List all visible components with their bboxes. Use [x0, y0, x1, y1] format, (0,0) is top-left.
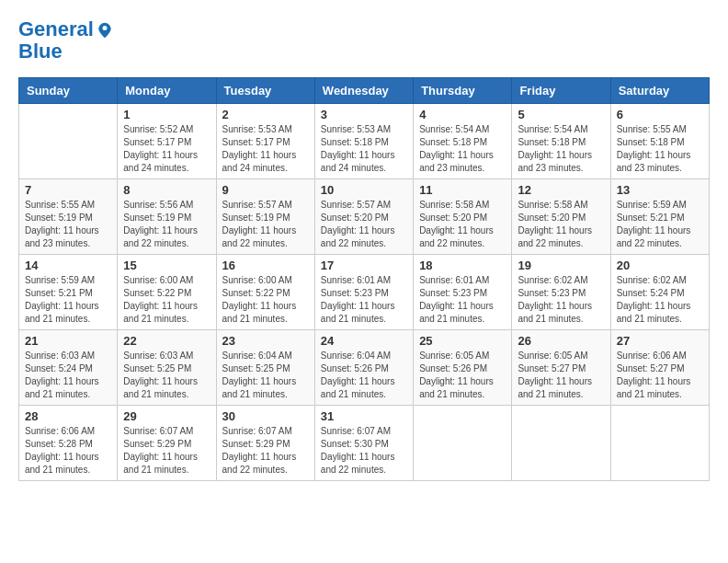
column-header-thursday: Thursday [414, 78, 512, 104]
calendar-cell: 13Sunrise: 5:59 AMSunset: 5:21 PMDayligh… [610, 179, 709, 255]
calendar-cell: 6Sunrise: 5:55 AMSunset: 5:18 PMDaylight… [610, 104, 709, 179]
day-info: Sunrise: 6:07 AMSunset: 5:29 PMDaylight:… [123, 425, 210, 477]
calendar-cell: 20Sunrise: 6:02 AMSunset: 5:24 PMDayligh… [610, 255, 709, 330]
calendar-cell: 8Sunrise: 5:56 AMSunset: 5:19 PMDaylight… [118, 179, 216, 255]
day-number: 13 [617, 183, 703, 197]
day-number: 7 [25, 183, 111, 197]
day-number: 21 [25, 334, 111, 348]
day-number: 14 [25, 259, 111, 272]
day-number: 5 [518, 108, 604, 121]
day-info: Sunrise: 6:06 AMSunset: 5:27 PMDaylight:… [617, 350, 703, 401]
calendar-header-row: SundayMondayTuesdayWednesdayThursdayFrid… [19, 78, 710, 104]
logo: General Blue [18, 18, 114, 63]
calendar-week-row: 7Sunrise: 5:55 AMSunset: 5:19 PMDaylight… [19, 179, 710, 255]
day-info: Sunrise: 5:54 AMSunset: 5:18 PMDaylight:… [518, 123, 604, 175]
calendar-week-row: 14Sunrise: 5:59 AMSunset: 5:21 PMDayligh… [19, 255, 710, 330]
day-number: 3 [321, 108, 407, 121]
calendar-cell: 4Sunrise: 5:54 AMSunset: 5:18 PMDaylight… [414, 104, 512, 179]
day-number: 4 [419, 108, 506, 121]
day-info: Sunrise: 6:05 AMSunset: 5:26 PMDaylight:… [419, 350, 506, 401]
day-number: 18 [419, 259, 506, 272]
day-number: 24 [321, 334, 407, 348]
calendar-cell: 21Sunrise: 6:03 AMSunset: 5:24 PMDayligh… [19, 330, 118, 406]
calendar-cell: 17Sunrise: 6:01 AMSunset: 5:23 PMDayligh… [314, 255, 413, 330]
day-info: Sunrise: 6:00 AMSunset: 5:22 PMDaylight:… [123, 274, 210, 326]
day-number: 6 [617, 108, 703, 121]
column-header-wednesday: Wednesday [314, 78, 413, 104]
calendar-cell: 3Sunrise: 5:53 AMSunset: 5:18 PMDaylight… [314, 104, 413, 179]
day-info: Sunrise: 6:07 AMSunset: 5:29 PMDaylight:… [222, 425, 309, 477]
calendar-cell: 25Sunrise: 6:05 AMSunset: 5:26 PMDayligh… [414, 330, 512, 406]
calendar-cell [19, 104, 118, 179]
calendar-week-row: 21Sunrise: 6:03 AMSunset: 5:24 PMDayligh… [19, 330, 710, 406]
calendar-cell: 24Sunrise: 6:04 AMSunset: 5:26 PMDayligh… [314, 330, 413, 406]
day-info: Sunrise: 5:52 AMSunset: 5:17 PMDaylight:… [123, 123, 210, 175]
calendar-cell: 26Sunrise: 6:05 AMSunset: 5:27 PMDayligh… [512, 330, 610, 406]
calendar-cell: 19Sunrise: 6:02 AMSunset: 5:23 PMDayligh… [512, 255, 610, 330]
day-info: Sunrise: 6:01 AMSunset: 5:23 PMDaylight:… [321, 274, 407, 326]
day-number: 16 [222, 259, 309, 272]
logo-text: General Blue [18, 18, 114, 63]
day-info: Sunrise: 5:53 AMSunset: 5:18 PMDaylight:… [321, 123, 407, 175]
day-number: 11 [419, 183, 506, 197]
column-header-friday: Friday [512, 78, 610, 104]
day-number: 19 [518, 259, 604, 272]
day-number: 23 [222, 334, 309, 348]
calendar-cell: 18Sunrise: 6:01 AMSunset: 5:23 PMDayligh… [414, 255, 512, 330]
day-number: 12 [518, 183, 604, 197]
calendar-table: SundayMondayTuesdayWednesdayThursdayFrid… [18, 77, 710, 481]
day-info: Sunrise: 6:02 AMSunset: 5:24 PMDaylight:… [617, 274, 703, 326]
day-info: Sunrise: 5:58 AMSunset: 5:20 PMDaylight:… [419, 199, 506, 250]
day-number: 2 [222, 108, 309, 121]
day-number: 31 [321, 409, 407, 423]
day-number: 30 [222, 409, 309, 423]
calendar-cell: 12Sunrise: 5:58 AMSunset: 5:20 PMDayligh… [512, 179, 610, 255]
day-info: Sunrise: 5:55 AMSunset: 5:18 PMDaylight:… [617, 123, 703, 175]
day-info: Sunrise: 6:01 AMSunset: 5:23 PMDaylight:… [419, 274, 506, 326]
calendar-cell: 28Sunrise: 6:06 AMSunset: 5:28 PMDayligh… [19, 406, 118, 481]
day-number: 26 [518, 334, 604, 348]
calendar-week-row: 1Sunrise: 5:52 AMSunset: 5:17 PMDaylight… [19, 104, 710, 179]
day-info: Sunrise: 6:04 AMSunset: 5:26 PMDaylight:… [321, 350, 407, 401]
calendar-cell: 2Sunrise: 5:53 AMSunset: 5:17 PMDaylight… [216, 104, 314, 179]
calendar-cell: 16Sunrise: 6:00 AMSunset: 5:22 PMDayligh… [216, 255, 314, 330]
day-number: 29 [123, 409, 210, 423]
day-info: Sunrise: 6:06 AMSunset: 5:28 PMDaylight:… [25, 425, 111, 477]
calendar-cell: 14Sunrise: 5:59 AMSunset: 5:21 PMDayligh… [19, 255, 118, 330]
calendar-cell: 7Sunrise: 5:55 AMSunset: 5:19 PMDaylight… [19, 179, 118, 255]
calendar-cell: 1Sunrise: 5:52 AMSunset: 5:17 PMDaylight… [118, 104, 216, 179]
calendar-cell [610, 406, 709, 481]
calendar-cell: 10Sunrise: 5:57 AMSunset: 5:20 PMDayligh… [314, 179, 413, 255]
day-info: Sunrise: 6:02 AMSunset: 5:23 PMDaylight:… [518, 274, 604, 326]
day-info: Sunrise: 6:07 AMSunset: 5:30 PMDaylight:… [321, 425, 407, 477]
calendar-cell: 9Sunrise: 5:57 AMSunset: 5:19 PMDaylight… [216, 179, 314, 255]
day-info: Sunrise: 6:03 AMSunset: 5:24 PMDaylight:… [25, 350, 111, 401]
calendar-cell [512, 406, 610, 481]
calendar-cell: 5Sunrise: 5:54 AMSunset: 5:18 PMDaylight… [512, 104, 610, 179]
column-header-tuesday: Tuesday [216, 78, 314, 104]
day-number: 22 [123, 334, 210, 348]
calendar-cell [414, 406, 512, 481]
day-number: 27 [617, 334, 703, 348]
day-info: Sunrise: 5:58 AMSunset: 5:20 PMDaylight:… [518, 199, 604, 250]
day-number: 20 [617, 259, 703, 272]
calendar-cell: 22Sunrise: 6:03 AMSunset: 5:25 PMDayligh… [118, 330, 216, 406]
day-info: Sunrise: 6:00 AMSunset: 5:22 PMDaylight:… [222, 274, 309, 326]
day-number: 28 [25, 409, 111, 423]
calendar-cell: 11Sunrise: 5:58 AMSunset: 5:20 PMDayligh… [414, 179, 512, 255]
calendar-cell: 31Sunrise: 6:07 AMSunset: 5:30 PMDayligh… [314, 406, 413, 481]
day-info: Sunrise: 5:56 AMSunset: 5:19 PMDaylight:… [123, 199, 210, 250]
column-header-saturday: Saturday [610, 78, 709, 104]
calendar-cell: 29Sunrise: 6:07 AMSunset: 5:29 PMDayligh… [118, 406, 216, 481]
day-number: 8 [123, 183, 210, 197]
day-info: Sunrise: 5:54 AMSunset: 5:18 PMDaylight:… [419, 123, 506, 175]
day-number: 25 [419, 334, 506, 348]
day-info: Sunrise: 5:59 AMSunset: 5:21 PMDaylight:… [25, 274, 111, 326]
day-number: 15 [123, 259, 210, 272]
day-info: Sunrise: 6:05 AMSunset: 5:27 PMDaylight:… [518, 350, 604, 401]
day-info: Sunrise: 5:53 AMSunset: 5:17 PMDaylight:… [222, 123, 309, 175]
calendar-cell: 15Sunrise: 6:00 AMSunset: 5:22 PMDayligh… [118, 255, 216, 330]
day-info: Sunrise: 6:04 AMSunset: 5:25 PMDaylight:… [222, 350, 309, 401]
day-info: Sunrise: 6:03 AMSunset: 5:25 PMDaylight:… [123, 350, 210, 401]
calendar-cell: 30Sunrise: 6:07 AMSunset: 5:29 PMDayligh… [216, 406, 314, 481]
